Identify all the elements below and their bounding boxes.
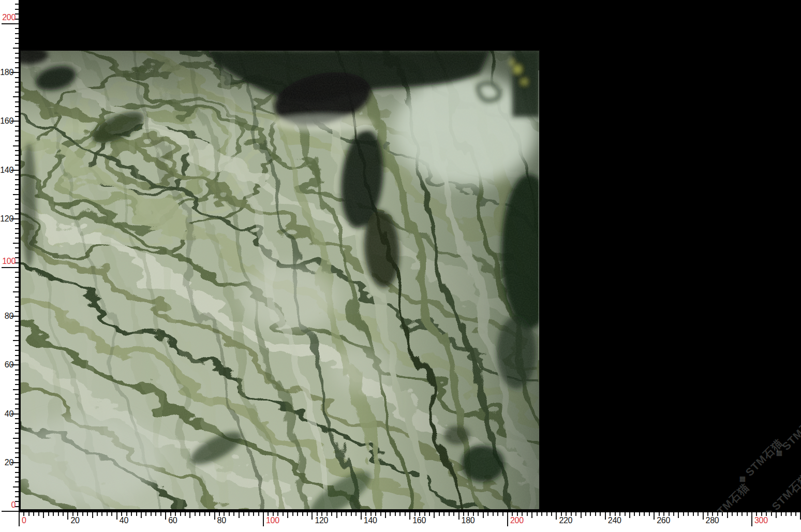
ruler-label: 100 [0, 257, 16, 265]
ruler-tick [15, 106, 19, 107]
ruler-tick [224, 512, 225, 516]
ruler-tick [15, 506, 19, 507]
ruler-tick [15, 253, 19, 254]
ruler-tick [13, 145, 19, 146]
ruler-label: 120 [0, 215, 13, 223]
ruler-tick [15, 272, 19, 273]
ruler-tick [199, 512, 200, 516]
ruler-tick [15, 374, 19, 375]
ruler-tick [165, 512, 166, 520]
ruler-tick [429, 512, 430, 516]
ruler-tick [781, 512, 782, 516]
ruler-tick [722, 512, 723, 516]
ruler-tick [15, 33, 19, 34]
marble-texture [20, 50, 540, 510]
ruler-tick [15, 67, 19, 68]
ruler-tick [15, 326, 19, 327]
ruler-tick [512, 512, 513, 516]
ruler-tick [331, 512, 332, 516]
ruler-tick [302, 512, 303, 516]
ruler-tick [15, 379, 19, 380]
ruler-tick [669, 512, 670, 516]
ruler-tick [659, 512, 660, 516]
ruler-tick [53, 512, 54, 516]
ruler-tick [15, 481, 19, 482]
ruler-tick [126, 512, 127, 516]
ruler-tick [341, 512, 342, 516]
ruler-tick [72, 512, 73, 516]
watermark-text: STM石猫 [769, 470, 801, 512]
ruler-tick [327, 512, 328, 516]
ruler-tick [732, 512, 733, 516]
ruler-tick [409, 512, 410, 520]
ruler-tick [15, 350, 19, 351]
ruler-tick [727, 512, 728, 518]
ruler-tick [15, 257, 19, 258]
ruler-tick [493, 512, 494, 516]
ruler-tick [170, 512, 171, 516]
ruler-tick [678, 512, 679, 518]
ruler-tick [13, 389, 19, 390]
ruler-tick [15, 140, 19, 141]
ruler-tick [497, 512, 498, 516]
ruler-tick [663, 512, 664, 516]
ruler-tick [15, 408, 19, 409]
ruler-tick [263, 512, 264, 526]
ruler-tick [239, 512, 240, 518]
ruler-tick [443, 512, 444, 516]
ruler-label: 120 [315, 516, 328, 525]
ruler-label: 0 [22, 516, 26, 525]
ruler-tick [458, 512, 459, 520]
ruler-tick [581, 512, 582, 518]
ruler-tick [644, 512, 645, 516]
ruler-label: 60 [0, 361, 13, 369]
ruler-tick [707, 512, 708, 516]
ruler-tick [13, 340, 19, 341]
ruler-tick [395, 512, 396, 516]
ruler-tick [15, 355, 19, 356]
ruler-tick [15, 442, 19, 444]
ruler-tick [13, 291, 19, 292]
ruler-tick [556, 512, 557, 520]
ruler-tick [43, 512, 44, 518]
ruler-tick [13, 243, 19, 244]
ruler-tick [243, 512, 244, 516]
ruler-label: 100 [266, 516, 279, 525]
ruler-tick [453, 512, 454, 516]
ruler-tick [15, 150, 19, 151]
ruler-tick [82, 512, 83, 516]
ruler-tick [756, 512, 757, 516]
ruler-label: 0 [0, 501, 16, 509]
ruler-tick [136, 512, 137, 516]
ruler-tick [209, 512, 210, 516]
ruler-tick [15, 335, 19, 336]
ruler-tick [361, 512, 362, 520]
slab-photo[interactable] [20, 50, 540, 510]
ruler-tick [15, 418, 19, 419]
ruler-tick [67, 512, 68, 520]
ruler-tick [15, 19, 19, 20]
ruler-label: 40 [120, 516, 128, 525]
ruler-tick [600, 512, 601, 516]
ruler-tick [145, 512, 146, 516]
ruler-tick [15, 28, 19, 29]
ruler-tick [15, 116, 19, 117]
ruler-tick [15, 13, 19, 14]
ruler-tick [15, 126, 19, 127]
ruler-tick [385, 512, 386, 518]
ruler-tick [13, 48, 19, 49]
ruler-tick [151, 512, 152, 516]
ruler-tick [336, 512, 337, 518]
ruler-label: 300 [754, 516, 768, 525]
ruler-tick [468, 512, 469, 516]
ruler-tick [531, 512, 532, 518]
ruler-tick [595, 512, 596, 516]
ruler-tick [15, 38, 19, 39]
ruler-tick [15, 189, 19, 190]
ruler-tick [654, 512, 655, 520]
ruler-tick [610, 512, 611, 516]
ruler-tick [15, 199, 19, 200]
ruler-tick [155, 512, 156, 516]
ruler-tick [15, 384, 19, 385]
watermark-text: STM石猫 [709, 481, 751, 512]
